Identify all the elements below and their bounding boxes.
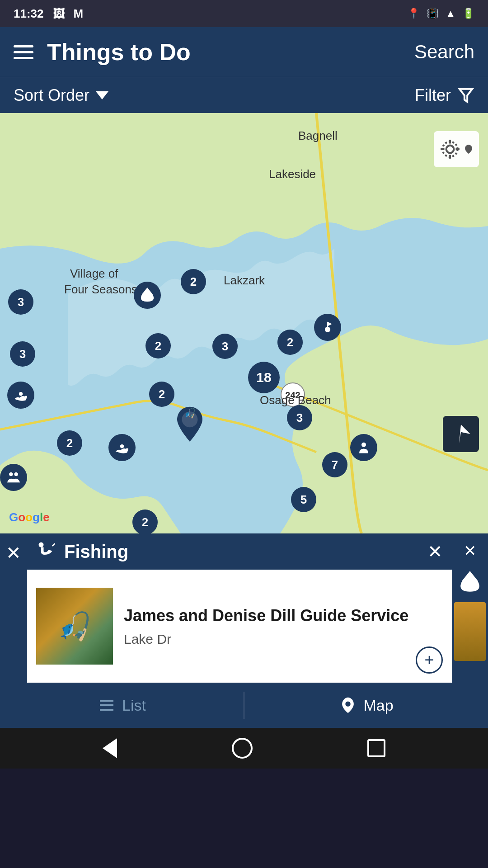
popup-main: Fishing ✕ James and Denise Dill Guide Se… — [27, 533, 452, 683]
svg-point-10 — [14, 472, 18, 476]
svg-point-11 — [361, 443, 366, 447]
map-label-lakeside: Lakeside — [269, 167, 316, 181]
map-marker-boat-center[interactable] — [108, 434, 136, 461]
map-marker-3-topleft[interactable]: 3 — [8, 289, 33, 315]
android-nav-bar — [0, 728, 488, 769]
map-marker-2-center-right[interactable]: 2 — [277, 330, 303, 355]
popup-right-close-icon: ✕ — [464, 542, 476, 560]
bottom-nav: List Map — [0, 683, 488, 728]
svg-point-14 — [446, 146, 454, 153]
popup-area: ✕ Fishing ✕ James and Denise Dill Guide … — [0, 533, 488, 683]
map-marker-7[interactable]: 7 — [322, 452, 347, 477]
search-button[interactable]: Search — [414, 41, 474, 63]
filter-label: Filter — [415, 86, 451, 105]
svg-marker-6 — [328, 322, 332, 326]
water-drop-side-icon — [459, 569, 481, 598]
map-tab[interactable]: Map — [244, 696, 488, 714]
popup-info: James and Denise Dill Guide Service Lake… — [124, 605, 443, 647]
add-to-list-button-right[interactable]: + — [416, 646, 443, 674]
map-marker-3-left[interactable]: 3 — [10, 341, 35, 367]
popup-close-left-button[interactable]: ✕ — [0, 533, 27, 683]
map-marker-2-mid[interactable]: 2 — [149, 382, 174, 407]
recents-icon — [367, 739, 385, 757]
svg-text:🎣: 🎣 — [184, 407, 196, 419]
svg-point-15 — [442, 142, 457, 156]
navigate-button[interactable] — [443, 416, 479, 452]
list-tab[interactable]: List — [0, 697, 244, 714]
google-attribution: Google — [9, 510, 50, 524]
map-background: 242 — [0, 113, 488, 533]
business-name: James and Denise Dill Guide Service — [124, 605, 443, 627]
home-button[interactable] — [232, 738, 253, 759]
map-marker-3-center[interactable]: 3 — [212, 334, 238, 359]
popup-header: Fishing ✕ — [27, 533, 452, 570]
close-left-icon: ✕ — [6, 542, 21, 563]
page-title: Things to Do — [47, 38, 191, 66]
battery-icon: 🔋 — [462, 8, 474, 19]
sort-order-label: Sort Order — [14, 86, 89, 105]
list-tab-label: List — [122, 697, 146, 714]
status-right: 📍 📳 ▲ 🔋 — [408, 8, 474, 19]
vibrate-icon: 📳 — [427, 8, 439, 19]
gmail-icon: M — [74, 7, 84, 21]
status-left: 11:32 🖼 M — [14, 7, 83, 21]
menu-button[interactable] — [14, 45, 33, 59]
map-label-lake-ozark: Lak zark — [224, 274, 265, 288]
status-time: 11:32 — [14, 7, 44, 21]
map-tab-label: Map — [363, 697, 393, 714]
svg-point-25 — [346, 701, 351, 706]
svg-point-9 — [9, 472, 13, 476]
next-card-thumbnail — [454, 602, 486, 661]
map-marker-2-lower-left[interactable]: 2 — [57, 430, 82, 456]
sort-order-button[interactable]: Sort Order — [14, 86, 108, 105]
hamburger-line-3 — [14, 57, 33, 59]
svg-line-21 — [52, 543, 55, 546]
header-left: Things to Do — [14, 38, 191, 66]
map-marker-18-lake[interactable]: 18 — [248, 362, 280, 393]
map-label-four-seasons: Four Seasons — [64, 283, 137, 297]
hamburger-line-2 — [14, 51, 33, 53]
filter-icon — [457, 87, 474, 104]
my-location-button[interactable] — [434, 131, 479, 167]
map-marker-2-center-left[interactable]: 2 — [145, 333, 171, 359]
svg-point-8 — [120, 444, 124, 448]
hamburger-line-1 — [14, 45, 33, 47]
photo-icon: 🖼 — [53, 7, 65, 21]
map-pin-selected[interactable]: 🎣 — [174, 405, 206, 441]
location-icon: 📍 — [408, 8, 420, 19]
map-marker-3-road[interactable]: 3 — [287, 405, 312, 430]
sort-order-chevron-icon — [96, 91, 108, 99]
svg-marker-0 — [460, 89, 473, 102]
map-label-bagnell: Bagnell — [298, 129, 338, 143]
sort-filter-bar: Sort Order Filter — [0, 77, 488, 113]
map-marker-person-icon[interactable] — [350, 434, 377, 461]
map-marker-golf-icon[interactable] — [314, 314, 341, 341]
map-marker-5[interactable]: 5 — [291, 487, 316, 512]
wifi-icon: ▲ — [446, 8, 455, 19]
popup-card[interactable]: James and Denise Dill Guide Service Lake… — [27, 570, 452, 683]
status-bar: 11:32 🖼 M 📍 📳 ▲ 🔋 — [0, 0, 488, 27]
filter-button[interactable]: Filter — [415, 86, 474, 105]
popup-close-button[interactable]: ✕ — [427, 541, 443, 562]
fishing-header-icon — [36, 540, 56, 563]
map-marker-2-top[interactable]: 2 — [181, 269, 206, 294]
home-icon — [232, 738, 253, 759]
svg-point-20 — [39, 542, 44, 547]
header: Things to Do Search — [0, 27, 488, 77]
map-label-village: Village of — [70, 267, 118, 281]
back-icon — [103, 738, 117, 758]
map-container[interactable]: 242 Bagnell Lakeside Village of Four Sea… — [0, 113, 488, 533]
map-marker-2-bottom[interactable]: 2 — [132, 509, 158, 533]
map-marker-water-icon[interactable] — [134, 282, 161, 309]
popup-right-panel: ✕ — [452, 533, 488, 683]
svg-point-7 — [19, 392, 23, 396]
business-address: Lake Dr — [124, 632, 443, 647]
business-image — [36, 588, 113, 665]
popup-category-label: Fishing — [64, 542, 128, 562]
map-marker-boat-left[interactable] — [7, 382, 34, 409]
recents-button[interactable] — [367, 739, 385, 757]
map-marker-people-icon[interactable] — [0, 464, 27, 491]
back-button[interactable] — [103, 738, 117, 758]
